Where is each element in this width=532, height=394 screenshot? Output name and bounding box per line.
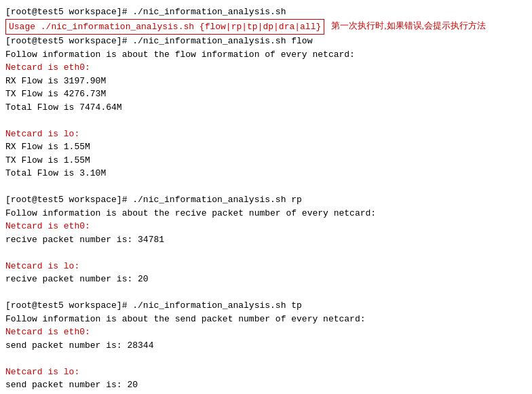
usage-line: Usage ./nic_information_analysis.sh {flo… [5,19,324,35]
annotation-text: 第一次执行时,如果错误,会提示执行方法 [331,19,486,33]
rx-flow-lo: RX Flow is 1.55M [5,140,527,154]
spacer-5 [5,352,527,366]
netcard-lo-2: Netcard is lo: [5,260,527,273]
terminal-output: [root@test5 workspace]# ./nic_informatio… [5,5,527,392]
follow-tp: Follow information is about the send pac… [5,313,527,326]
recive-eth0: recive packet number is: 34781 [5,233,527,247]
netcard-eth0-1: Netcard is eth0: [5,61,527,75]
tx-flow-lo: TX Flow is 1.55M [5,154,527,168]
rx-flow: RX Flow is 3197.90M [5,75,527,88]
netcard-eth0-3: Netcard is eth0: [5,326,527,339]
cmd-line-1: [root@test5 workspace]# ./nic_informatio… [5,5,527,19]
send-eth0: send packet number is: 28344 [5,339,527,353]
cmd-line-tp: [root@test5 workspace]# ./nic_informatio… [5,299,527,313]
spacer-1 [5,114,527,127]
netcard-eth0-2: Netcard is eth0: [5,220,527,233]
follow-rp: Follow information is about the recive p… [5,207,527,220]
total-flow-eth0: Total Flow is 7474.64M [5,101,527,115]
follow-flow: Follow information is about the flow inf… [5,48,527,62]
send-lo: send packet number is: 20 [5,378,527,392]
netcard-lo-3: Netcard is lo: [5,366,527,379]
tx-flow: TX Flow is 4276.73M [5,87,527,101]
spacer-2 [5,180,527,194]
total-flow-lo: Total Flow is 3.10M [5,167,527,180]
netcard-lo-1: Netcard is lo: [5,127,527,141]
spacer-4 [5,286,527,300]
cmd-line-rp: [root@test5 workspace]# ./nic_informatio… [5,193,527,207]
cmd-line-flow: [root@test5 workspace]# ./nic_informatio… [5,35,527,48]
recive-lo: recive packet number is: 20 [5,273,527,286]
spacer-3 [5,246,527,260]
